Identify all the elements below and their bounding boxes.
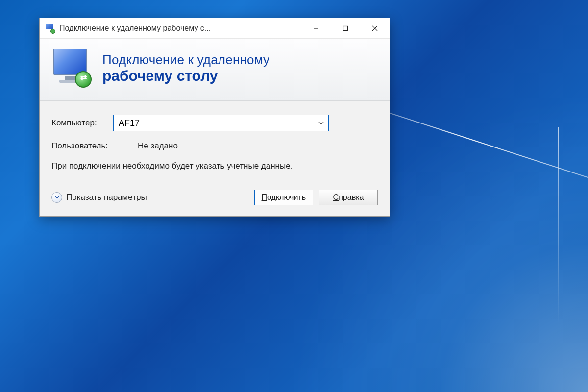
computer-label: Компьютер:: [51, 118, 113, 128]
user-value: Не задано: [138, 141, 178, 151]
user-label: Пользователь:: [51, 141, 138, 151]
svg-rect-1: [343, 26, 348, 31]
show-options-toggle[interactable]: Показать параметры: [51, 192, 147, 203]
show-options-label: Показать параметры: [66, 193, 147, 202]
header-line2: рабочему столу: [102, 68, 270, 85]
header-band: ⇄ Подключение к удаленному рабочему стол…: [40, 39, 390, 101]
connect-button[interactable]: Подключить: [254, 190, 313, 205]
computer-combobox[interactable]: [113, 115, 329, 131]
desktop-background: Подключение к удаленному рабочему с...: [0, 0, 588, 392]
rdp-large-icon: ⇄: [50, 48, 93, 90]
maximize-button[interactable]: [331, 18, 360, 39]
computer-input[interactable]: [119, 118, 318, 128]
credentials-info: При подключении необходимо будет указать…: [51, 161, 326, 172]
titlebar[interactable]: Подключение к удаленному рабочему с...: [40, 18, 390, 39]
header-line1: Подключение к удаленному: [102, 53, 270, 68]
chevron-down-circle-icon: [51, 192, 62, 203]
chevron-down-icon[interactable]: [318, 115, 324, 131]
rdp-app-icon: [45, 23, 55, 34]
close-button[interactable]: [360, 18, 390, 39]
dialog-body: Компьютер: Пользователь: Не задано При п…: [40, 101, 390, 216]
window-title: Подключение к удаленному рабочему с...: [59, 24, 211, 33]
help-button[interactable]: Справка: [319, 190, 378, 205]
minimize-button[interactable]: [301, 18, 331, 39]
rdp-dialog-window: Подключение к удаленному рабочему с...: [39, 18, 390, 217]
